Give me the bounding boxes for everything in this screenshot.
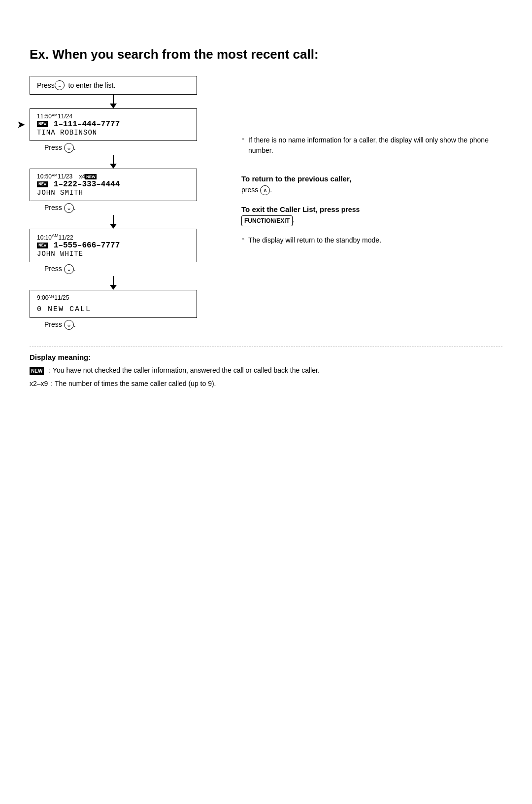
exit-instruction: To exit the Caller List, press press FUN… bbox=[241, 204, 502, 226]
side-arrow-1: ➤ bbox=[17, 119, 25, 130]
caller2-badge: NEW bbox=[37, 181, 48, 187]
caller1-press: Press ⌄. bbox=[44, 141, 227, 155]
caller3-timestamp: 10:10AM11/22 bbox=[37, 233, 190, 241]
up-btn: ∧ bbox=[260, 185, 270, 195]
caller1-box: ➤ 11:50ᴬᴹ11/24 NEW 1–111–444–7777 TINA R… bbox=[30, 108, 197, 141]
down-btn-3: ⌄ bbox=[64, 203, 74, 213]
caller2-press: Press ⌄. bbox=[44, 201, 227, 215]
caller2-number: NEW 1–222–333–4444 bbox=[37, 180, 190, 189]
function-exit-btn: FUNCTION/EXIT bbox=[241, 215, 293, 226]
flowchart: Press ⌄ to enter the list. ➤ 11:50ᴬᴹ11/2… bbox=[30, 76, 227, 332]
caller3-badge: NEW bbox=[37, 243, 48, 248]
caller4-press: Press ⌄. bbox=[44, 318, 227, 332]
caller1-name: TINA ROBINSON bbox=[37, 129, 190, 137]
caller4-timestamp: 9:00ᴬᴹ11/25 bbox=[37, 294, 190, 301]
x2x9-label: x2–x9 bbox=[30, 379, 48, 389]
down-btn-4: ⌄ bbox=[64, 264, 74, 274]
caller2-new-badge: NEW bbox=[85, 174, 97, 179]
caller1-timestamp: 11:50ᴬᴹ11/24 bbox=[37, 113, 190, 120]
down-btn-1: ⌄ bbox=[55, 80, 65, 90]
caller3-number: NEW 1–555–666–7777 bbox=[37, 241, 190, 250]
return-instruction: To return to the previous caller, press … bbox=[241, 174, 502, 195]
display-meaning-section: Display meaning: NEW : You have not chec… bbox=[30, 347, 502, 389]
caller4-box: 9:00ᴬᴹ11/25 0 NEW CALL bbox=[30, 290, 197, 318]
caller3-box: 10:10AM11/22 NEW 1–555–666–7777 JOHN WHI… bbox=[30, 229, 197, 262]
standby-note: The display will return to the standby m… bbox=[241, 235, 502, 245]
caller2-timestamp: 10:50ᴬᴹ11/23 x4NEW bbox=[37, 173, 190, 180]
caller3-name: JOHN WHITE bbox=[37, 250, 190, 258]
caller2-name: JOHN SMITH bbox=[37, 189, 190, 197]
arrow-4 bbox=[30, 276, 197, 290]
down-btn-2: ⌄ bbox=[64, 143, 74, 153]
caller1-number: NEW 1–111–444–7777 bbox=[37, 120, 190, 129]
right-notes: If there is no name information for a ca… bbox=[241, 76, 502, 332]
arrow-2 bbox=[30, 155, 197, 169]
display-meaning-heading: Display meaning: bbox=[30, 353, 502, 361]
enter-list-box: Press ⌄ to enter the list. bbox=[30, 76, 197, 95]
arrow-1 bbox=[30, 95, 197, 108]
main-heading: Ex. When you search from the most recent… bbox=[30, 47, 502, 62]
caller3-press: Press ⌄. bbox=[44, 262, 227, 276]
down-btn-5: ⌄ bbox=[64, 320, 74, 330]
no-name-note: If there is no name information for a ca… bbox=[241, 135, 502, 156]
arrow-3 bbox=[30, 215, 197, 229]
caller2-box: 10:50ᴬᴹ11/23 x4NEW NEW 1–222–333–4444 JO… bbox=[30, 169, 197, 201]
x2x9-meaning-item: x2–x9 : The number of times the same cal… bbox=[30, 379, 502, 389]
new-badge-label: NEW bbox=[30, 365, 45, 376]
new-meaning-item: NEW : You have not checked the caller in… bbox=[30, 365, 502, 376]
caller4-number: 0 NEW CALL bbox=[37, 305, 190, 314]
caller1-badge: NEW bbox=[37, 121, 48, 127]
